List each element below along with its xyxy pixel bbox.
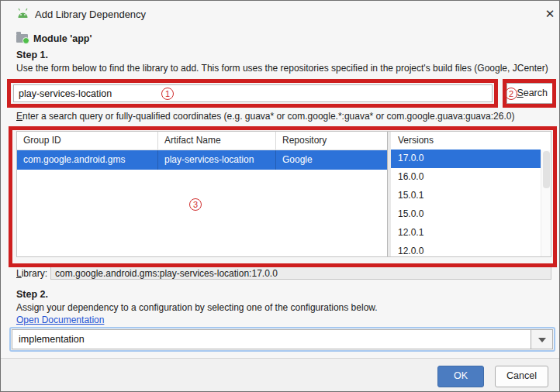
- close-icon[interactable]: ✕: [542, 6, 558, 22]
- open-documentation-link[interactable]: Open Documentation: [16, 315, 104, 325]
- dropdown-arrow-button[interactable]: [531, 330, 552, 349]
- versions-scrollbar[interactable]: [541, 150, 551, 257]
- version-item[interactable]: 17.0.0: [391, 150, 541, 168]
- column-header-group-id[interactable]: Group ID: [17, 132, 158, 150]
- step1-heading: Step 1.: [16, 50, 48, 60]
- version-item[interactable]: 15.0.0: [391, 205, 541, 224]
- library-label-text: ibrary:: [22, 268, 47, 279]
- version-item[interactable]: 16.0.0: [391, 168, 541, 187]
- library-label: Library:: [16, 268, 47, 279]
- module-folder-icon: [16, 34, 28, 43]
- search-hint-text: nter a search query or fully-qualified c…: [22, 111, 514, 122]
- ok-button[interactable]: OK: [437, 366, 484, 387]
- versions-pane: Versions 17.0.0 16.0.0 15.0.1 15.0.0 12.…: [391, 132, 551, 256]
- version-item[interactable]: 12.0.1: [391, 224, 541, 242]
- search-button-label: earch: [524, 88, 548, 98]
- search-hint: Enter a search query or fully-qualified …: [16, 111, 559, 122]
- dialog-footer: OK Cancel: [1, 358, 560, 392]
- versions-scrollbar-thumb[interactable]: [543, 151, 550, 188]
- column-header-versions[interactable]: Versions: [391, 132, 551, 150]
- search-button-mnemonic: S: [517, 88, 523, 98]
- step1-description: Use the form below to find the library t…: [16, 63, 559, 74]
- library-label-mnemonic: L: [16, 268, 22, 279]
- cell-artifact-name: play-services-location: [158, 150, 276, 170]
- version-item[interactable]: 12.0.0: [391, 242, 541, 257]
- table-row[interactable]: com.google.android.gms play-services-loc…: [17, 150, 387, 170]
- search-hint-mnemonic: E: [16, 111, 22, 122]
- annotation-circle-1: 1: [161, 88, 174, 100]
- module-label: Module 'app': [33, 33, 92, 44]
- cell-repository: Google: [276, 150, 387, 170]
- annotation-circle-2: 2: [505, 88, 517, 100]
- cancel-button[interactable]: Cancel: [495, 366, 548, 387]
- configuration-dropdown[interactable]: implementation: [12, 329, 553, 349]
- add-library-dependency-dialog: Add Library Dependency ✕ Module 'app' St…: [0, 0, 560, 392]
- results-pane: Group ID Artifact Name Repository com.go…: [17, 132, 387, 256]
- column-header-repository[interactable]: Repository: [276, 132, 387, 150]
- chevron-down-icon: [538, 338, 546, 342]
- column-header-artifact-name[interactable]: Artifact Name: [158, 132, 276, 150]
- step2-description: Assign your dependency to a configuratio…: [16, 302, 551, 313]
- configuration-selected-value: implementation: [19, 334, 85, 345]
- library-value-field: com.google.android.gms:play-services-loc…: [50, 266, 551, 280]
- android-icon: [16, 8, 29, 19]
- version-item[interactable]: 15.0.1: [391, 187, 541, 205]
- cell-group-id: com.google.android.gms: [17, 150, 158, 170]
- search-input[interactable]: [13, 84, 493, 102]
- dialog-title: Add Library Dependency: [35, 9, 146, 20]
- annotation-circle-3: 3: [189, 198, 202, 211]
- results-table: Group ID Artifact Name Repository com.go…: [16, 131, 551, 257]
- step2-heading: Step 2.: [16, 289, 48, 300]
- results-header-row: Group ID Artifact Name Repository: [17, 132, 387, 150]
